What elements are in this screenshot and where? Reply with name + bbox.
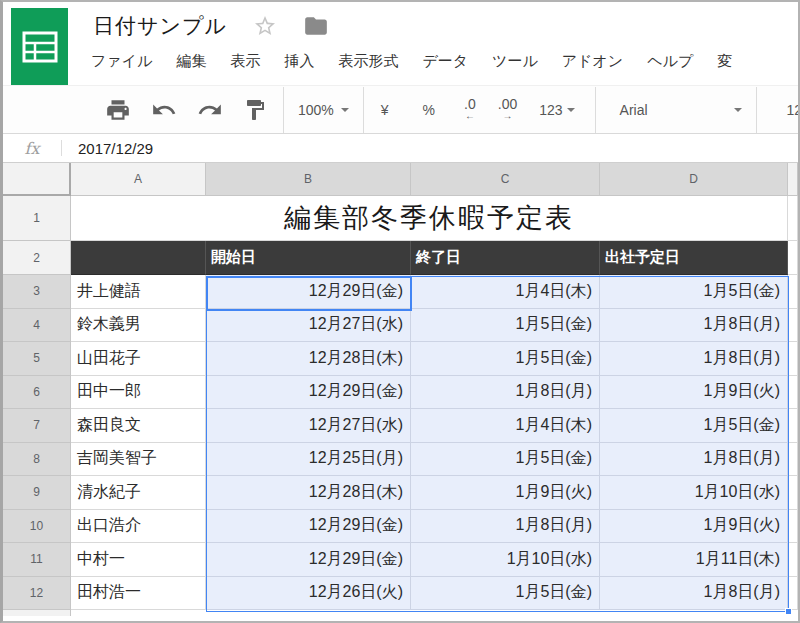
cell-employee-name[interactable]: 清水紀子 (71, 476, 206, 510)
cell-employee-name[interactable]: 鈴木義男 (71, 309, 206, 343)
zoom-select[interactable]: 100% (284, 102, 363, 118)
header-cell-return[interactable]: 出社予定日 (600, 241, 788, 275)
menu-item[interactable]: ファイル (91, 52, 152, 71)
cell-return-date[interactable]: 1月8日(月) (600, 443, 788, 477)
print-icon[interactable] (105, 97, 131, 123)
cell-empty[interactable] (788, 241, 798, 275)
column-header-a[interactable]: A (71, 163, 206, 196)
cell-return-date[interactable]: 1月9日(火) (600, 376, 788, 410)
font-size-select[interactable]: 12 (757, 102, 800, 118)
cell-start-date[interactable]: 12月29日(金) (206, 376, 411, 410)
sheets-logo[interactable] (11, 8, 68, 85)
cell-end-date[interactable]: 1月5日(金) (411, 342, 600, 376)
cell-empty[interactable] (788, 543, 798, 577)
row-header[interactable]: 12 (3, 577, 71, 611)
cell-empty[interactable] (788, 376, 798, 410)
cell-end-date[interactable]: 1月5日(金) (411, 443, 600, 477)
font-family-select[interactable]: Arial (596, 102, 756, 118)
undo-icon[interactable] (151, 97, 177, 123)
select-all-corner[interactable] (3, 163, 71, 196)
row-header[interactable]: 2 (3, 241, 71, 275)
cell-start-date[interactable]: 12月25日(月) (206, 443, 411, 477)
cell-employee-name[interactable]: 田中一郎 (71, 376, 206, 410)
cell-empty[interactable] (788, 196, 798, 241)
column-header-b[interactable]: B (206, 163, 411, 196)
cell-empty[interactable] (788, 443, 798, 477)
cell-start-date[interactable]: 12月27日(水) (206, 309, 411, 343)
menu-item[interactable]: 編集 (176, 52, 206, 71)
row-header[interactable]: 6 (3, 376, 71, 410)
header-cell-start[interactable]: 開始日 (206, 241, 411, 275)
menu-item[interactable]: データ (422, 52, 468, 71)
menu-item[interactable]: ツール (492, 52, 538, 71)
redo-icon[interactable] (197, 97, 223, 123)
row-header[interactable]: 10 (3, 510, 71, 544)
cell-employee-name[interactable]: 山田花子 (71, 342, 206, 376)
menu-item[interactable]: アドオン (562, 52, 623, 71)
menu-item[interactable]: 表示形式 (338, 52, 398, 71)
cell-empty[interactable] (788, 309, 798, 343)
cell-empty[interactable] (788, 275, 798, 309)
cell-empty[interactable] (788, 577, 798, 611)
cell-empty[interactable] (788, 409, 798, 443)
cell-return-date[interactable]: 1月8日(月) (600, 342, 788, 376)
cell-employee-name[interactable]: 吉岡美智子 (71, 443, 206, 477)
row-header[interactable]: 4 (3, 309, 71, 343)
cell-start-date[interactable]: 12月29日(金) (206, 275, 411, 309)
cell-empty[interactable] (788, 476, 798, 510)
row-header[interactable]: 3 (3, 275, 71, 309)
format-percent-button[interactable]: % (406, 102, 452, 118)
sheet-title-cell[interactable]: 編集部冬季休暇予定表 (71, 196, 788, 241)
row-header[interactable]: 11 (3, 543, 71, 577)
row-header[interactable]: 1 (3, 196, 71, 241)
column-header-c[interactable]: C (411, 163, 600, 196)
menu-item[interactable]: ヘルプ (647, 52, 693, 71)
header-cell-name[interactable] (71, 241, 206, 275)
row-header[interactable]: 5 (3, 342, 71, 376)
star-icon[interactable] (253, 14, 277, 38)
cell-employee-name[interactable]: 出口浩介 (71, 510, 206, 544)
menu-item[interactable]: 表示 (230, 52, 260, 71)
row-header[interactable]: 8 (3, 443, 71, 477)
cell-return-date[interactable]: 1月5日(金) (600, 275, 788, 309)
cell-end-date[interactable]: 1月4日(木) (411, 275, 600, 309)
row-header[interactable]: 7 (3, 409, 71, 443)
cell-employee-name[interactable]: 森田良文 (71, 409, 206, 443)
cell-employee-name[interactable]: 田村浩一 (71, 577, 206, 611)
cell-empty[interactable] (788, 342, 798, 376)
cell-start-date[interactable]: 12月26日(火) (206, 577, 411, 611)
row-header[interactable]: 9 (3, 476, 71, 510)
cell-end-date[interactable]: 1月8日(月) (411, 510, 600, 544)
header-cell-end[interactable]: 終了日 (411, 241, 600, 275)
cell-end-date[interactable]: 1月8日(月) (411, 376, 600, 410)
cell-return-date[interactable]: 1月8日(月) (600, 309, 788, 343)
format-currency-button[interactable]: ¥ (364, 102, 406, 118)
cell-start-date[interactable]: 12月27日(水) (206, 409, 411, 443)
formula-input[interactable]: 2017/12/29 (62, 140, 798, 157)
cell-employee-name[interactable]: 中村一 (71, 543, 206, 577)
cell-empty[interactable] (788, 510, 798, 544)
cell-end-date[interactable]: 1月9日(火) (411, 476, 600, 510)
cell-employee-name[interactable]: 井上健語 (71, 275, 206, 309)
cell-return-date[interactable]: 1月11日(木) (600, 543, 788, 577)
cell-start-date[interactable]: 12月29日(金) (206, 543, 411, 577)
cell-return-date[interactable]: 1月5日(金) (600, 409, 788, 443)
increase-decimal-button[interactable]: .00 → (488, 99, 527, 121)
column-header-d[interactable]: D (600, 163, 788, 196)
cell-return-date[interactable]: 1月8日(月) (600, 577, 788, 611)
cell-return-date[interactable]: 1月9日(火) (600, 510, 788, 544)
document-title[interactable]: 日付サンプル (93, 12, 227, 40)
cell-end-date[interactable]: 1月4日(木) (411, 409, 600, 443)
cell-end-date[interactable]: 1月5日(金) (411, 309, 600, 343)
cell-return-date[interactable]: 1月10日(水) (600, 476, 788, 510)
cell-start-date[interactable]: 12月28日(木) (206, 342, 411, 376)
cell-end-date[interactable]: 1月10日(水) (411, 543, 600, 577)
move-to-folder-icon[interactable] (303, 13, 329, 39)
cell-start-date[interactable]: 12月29日(金) (206, 510, 411, 544)
paint-format-icon[interactable] (243, 98, 267, 122)
menu-item[interactable]: 変 (717, 52, 732, 71)
decrease-decimal-button[interactable]: .0 ← (452, 99, 488, 121)
menu-item[interactable]: 挿入 (284, 52, 314, 71)
cell-start-date[interactable]: 12月28日(木) (206, 476, 411, 510)
cell-end-date[interactable]: 1月5日(金) (411, 577, 600, 611)
